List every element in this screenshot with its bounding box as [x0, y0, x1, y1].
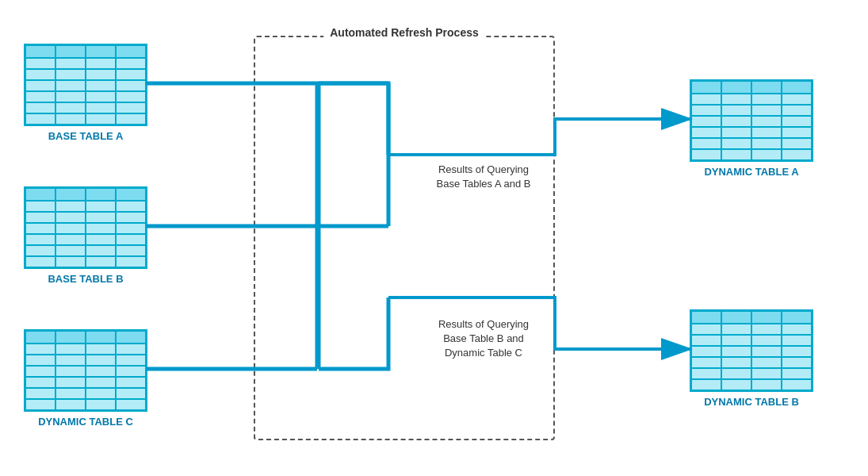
table-label-base-b: BASE TABLE B [48, 273, 123, 285]
result-label-top: Results of QueryingBase Tables A and B [404, 163, 563, 191]
refresh-box: Automated Refresh Process [254, 36, 555, 440]
table-dynamic-c: DYNAMIC TABLE C [24, 329, 147, 428]
table-dynamic-b: DYNAMIC TABLE B [690, 309, 813, 408]
table-base-a: BASE TABLE A [24, 44, 147, 142]
table-dynamic-a: DYNAMIC TABLE A [690, 79, 813, 178]
table-grid-dynamic-c [24, 329, 147, 412]
table-label-dynamic-a: DYNAMIC TABLE A [704, 166, 798, 178]
table-grid-base-a [24, 44, 147, 126]
table-label-base-a: BASE TABLE A [48, 130, 124, 142]
table-label-dynamic-b: DYNAMIC TABLE B [704, 396, 799, 408]
table-base-b: BASE TABLE B [24, 186, 147, 285]
table-grid-base-b [24, 186, 147, 269]
refresh-box-title: Automated Refresh Process [323, 26, 485, 39]
table-grid-dynamic-a [690, 79, 813, 162]
diagram-container: Automated Refresh Process BASE TABLE A B… [0, 0, 868, 476]
table-grid-dynamic-b [690, 309, 813, 392]
result-label-bottom: Results of QueryingBase Table B andDynam… [404, 317, 563, 361]
table-label-dynamic-c: DYNAMIC TABLE C [38, 416, 133, 428]
